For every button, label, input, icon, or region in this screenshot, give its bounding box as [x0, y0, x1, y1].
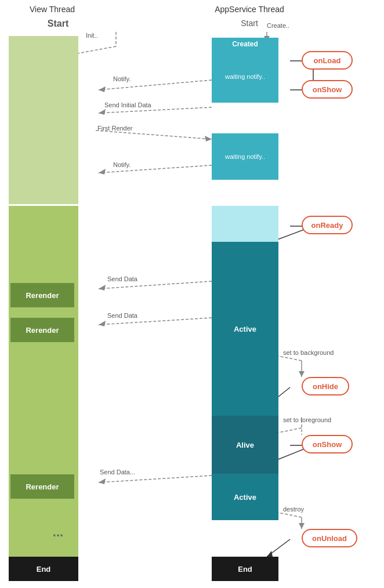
as-start-label: Start [226, 19, 273, 28]
vt-rerender3-block: Rerender [10, 474, 74, 499]
destroy-label: destroy [283, 506, 304, 513]
svg-marker-40 [267, 551, 273, 557]
notify2-label: Notify. [113, 161, 131, 168]
appservice-thread-header: AppService Thread [197, 5, 302, 14]
as-active2-block: Active [212, 474, 278, 520]
send-initial-label: Send Initial Data [104, 101, 151, 108]
view-thread-header: View Thread [12, 5, 93, 14]
svg-marker-13 [205, 136, 212, 141]
svg-marker-20 [99, 285, 106, 291]
svg-marker-25 [299, 371, 305, 377]
send-data2-label: Send Data [107, 312, 137, 319]
vt-rerender1-block: Rerender [10, 283, 74, 307]
onready-callback: onReady [302, 216, 353, 234]
init-label: Init.. [86, 32, 98, 39]
as-end-block: End [212, 557, 278, 581]
svg-marker-15 [99, 169, 106, 175]
svg-marker-38 [299, 523, 305, 529]
onshow1-callback: onShow [302, 80, 353, 99]
first-render-label: First Render [97, 125, 133, 132]
svg-marker-9 [99, 86, 106, 92]
svg-marker-35 [99, 478, 106, 484]
vt-rerender2-block: Rerender [10, 318, 74, 342]
onunload-callback: onUnload [302, 529, 357, 547]
send-data1-label: Send Data [107, 275, 137, 282]
onload-callback: onLoad [302, 51, 353, 70]
as-waiting-notify1: waiting notify.. [225, 73, 265, 80]
vt-ellipsis-label: ... [23, 525, 93, 540]
svg-line-39 [267, 539, 290, 557]
svg-marker-22 [99, 321, 106, 326]
onhide-callback: onHide [302, 377, 349, 395]
vt-end-block: End [9, 557, 78, 581]
notify1-label: Notify. [113, 75, 131, 82]
svg-line-34 [99, 476, 212, 482]
as-active1-block: Active [212, 242, 278, 416]
vt-start-label: Start [23, 19, 93, 29]
diagram-container: View Thread AppService Thread Start Init… [0, 0, 384, 588]
svg-line-12 [96, 130, 212, 139]
as-alive-block: Alive [212, 416, 278, 474]
onshow2-callback: onShow [302, 435, 353, 453]
set-foreground-label: set to foreground [283, 416, 331, 423]
create-label: Create.. [267, 22, 289, 29]
svg-marker-11 [99, 109, 106, 115]
as-created-block: Created [212, 38, 278, 50]
set-background-label: set to background [283, 349, 334, 356]
send-data3-label: Send Data... [100, 469, 135, 476]
as-waiting-notify2: waiting notify.. [225, 153, 265, 160]
